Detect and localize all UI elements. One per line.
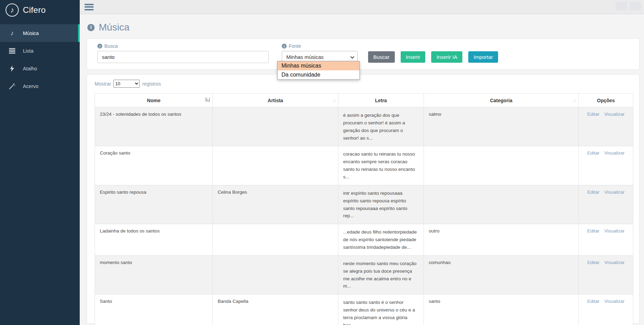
page-length-select[interactable]: 10 — [113, 80, 140, 88]
fonte-selected-value: Minhas músicas — [286, 54, 324, 60]
editar-link[interactable]: Editar — [587, 228, 599, 234]
fonte-dropdown-popup: Minhas músicas Da comunidade — [277, 61, 360, 80]
logo-music-note-icon: ♪ — [6, 3, 19, 17]
cell-categoria — [424, 146, 579, 185]
length-suffix-label: registros — [142, 81, 161, 87]
length-prefix-label: Mostrar — [95, 81, 111, 87]
info-icon: i — [282, 44, 287, 49]
inserir-button[interactable]: Inserir — [401, 51, 426, 63]
app-name: Cifero — [23, 5, 46, 15]
table-body: 23/24 - solenidades de todos os santos é… — [95, 107, 633, 325]
info-icon: i — [97, 44, 102, 49]
cell-artista: Celina Borges — [213, 185, 338, 224]
table-row: 23/24 - solenidades de todos os santos é… — [95, 107, 633, 146]
sort-desc-icon — [205, 97, 210, 103]
editar-link[interactable]: Editar — [587, 190, 599, 195]
cell-artista — [213, 146, 338, 185]
editar-link[interactable]: Editar — [587, 299, 599, 304]
results-panel: Mostrar 10 registros Nome — [87, 74, 639, 324]
page-title: i Música — [87, 22, 639, 33]
fonte-option-minhas-musicas[interactable]: Minhas músicas — [278, 61, 359, 70]
cell-opcoes: Editar Visualizar — [579, 224, 633, 256]
search-panel: i Busca i Fonte Minhas músicas — [87, 38, 639, 70]
visualizar-link[interactable]: Visualizar — [604, 190, 624, 195]
table-row: momento santo neste momento santo meu co… — [95, 255, 633, 294]
visualizar-link[interactable]: Visualizar — [604, 299, 624, 304]
menu-toggle-icon[interactable] — [85, 2, 94, 11]
busca-label: i Busca — [97, 43, 269, 49]
sidebar-item-musica[interactable]: ♪ Música — [0, 24, 80, 42]
sidebar-nav: ♪ Música Lista Atalho Acervo — [0, 24, 80, 95]
table-row: Espirito santo repousa Celina Borges int… — [95, 185, 633, 224]
cell-opcoes: Editar Visualizar — [579, 107, 633, 146]
cell-categoria: comunhao — [424, 255, 579, 294]
cell-categoria: salmo — [424, 107, 579, 146]
fonte-option-da-comunidade[interactable]: Da comunidade — [278, 70, 359, 79]
visualizar-link[interactable]: Visualizar — [604, 150, 624, 156]
table-row: Coração santo coracao santo tu reinaras … — [95, 146, 633, 185]
fonte-field-group: i Fonte Minhas músicas — [282, 43, 358, 63]
cell-artista — [213, 224, 338, 256]
cell-opcoes: Editar Visualizar — [579, 295, 633, 325]
cell-opcoes: Editar Visualizar — [579, 185, 633, 224]
column-header-opcoes: Opções — [579, 94, 633, 107]
page-content: i Música i Busca i Fonte — [80, 14, 644, 325]
wand-icon — [8, 83, 17, 89]
action-buttons: Buscar Inserir Inserir IA Importar — [368, 51, 498, 63]
sort-icon: ↓↑ — [332, 98, 336, 103]
editar-link[interactable]: Editar — [587, 260, 599, 265]
visualizar-link[interactable]: Visualizar — [604, 228, 624, 234]
sort-icon: ↓↑ — [573, 98, 576, 103]
cell-letra: intr espírito santo repousaaa espírito s… — [338, 185, 424, 224]
cell-letra: santo santo santo é o senhor senhor deus… — [338, 295, 424, 325]
topbar-faded-icon[interactable] — [629, 2, 641, 11]
sidebar-item-label: Lista — [23, 48, 34, 54]
sidebar-item-lista[interactable]: Lista — [0, 42, 80, 60]
sidebar-item-label: Música — [23, 30, 39, 36]
cell-letra: é assim a geração dos que procuram o sen… — [338, 107, 424, 146]
inserir-ia-button[interactable]: Inserir IA — [431, 51, 462, 63]
sidebar-item-label: Atalho — [23, 66, 37, 71]
importar-button[interactable]: Importar — [468, 51, 498, 63]
sidebar-item-acervo[interactable]: Acervo — [0, 77, 80, 95]
cell-artista — [213, 255, 338, 294]
cell-categoria — [424, 185, 579, 224]
cell-artista — [213, 107, 338, 146]
cell-nome: Espirito santo repousa — [95, 185, 213, 224]
column-header-nome[interactable]: Nome — [95, 94, 213, 107]
buscar-button[interactable]: Buscar — [368, 51, 395, 63]
music-table: Nome Artista ↓↑ Letra — [95, 93, 633, 325]
cell-nome: Coração santo — [95, 146, 213, 185]
visualizar-link[interactable]: Visualizar — [604, 260, 624, 265]
app-root: ♪ Cifero ♪ Música Lista Atalho — [0, 0, 644, 325]
info-icon: i — [87, 24, 95, 31]
sidebar-item-label: Acervo — [23, 84, 38, 89]
cell-categoria: santo — [424, 295, 579, 325]
column-header-artista[interactable]: Artista ↓↑ — [213, 94, 338, 107]
column-header-letra[interactable]: Letra — [338, 94, 424, 107]
cell-categoria: outro — [424, 224, 579, 256]
cell-nome: momento santo — [95, 255, 213, 294]
chevron-down-icon — [350, 54, 354, 58]
cell-nome: Santo — [95, 295, 213, 325]
app-logo[interactable]: ♪ Cifero — [0, 0, 80, 20]
cell-letra: coracao santo tu reinaras tu nosso encan… — [338, 146, 424, 185]
editar-link[interactable]: Editar — [587, 112, 599, 117]
sidebar: ♪ Cifero ♪ Música Lista Atalho — [0, 0, 80, 325]
topbar — [80, 0, 644, 14]
search-input[interactable] — [97, 51, 269, 63]
cell-nome: Ladainha de todos os santos — [95, 224, 213, 256]
list-icon — [8, 48, 17, 54]
table-row: Ladainha de todos os santos ...edade deu… — [95, 224, 633, 256]
cell-artista: Banda Capella — [213, 295, 338, 325]
table-length-control: Mostrar 10 registros — [95, 80, 632, 88]
topbar-faded-icon[interactable] — [616, 2, 627, 11]
music-note-icon: ♪ — [8, 29, 17, 37]
busca-field-group: i Busca — [97, 43, 269, 63]
visualizar-link[interactable]: Visualizar — [604, 112, 624, 117]
fonte-label: i Fonte — [282, 43, 358, 49]
editar-link[interactable]: Editar — [587, 150, 599, 156]
bolt-icon — [8, 65, 17, 72]
column-header-categoria[interactable]: Categoria ↓↑ — [424, 94, 579, 107]
sidebar-item-atalho[interactable]: Atalho — [0, 60, 80, 77]
